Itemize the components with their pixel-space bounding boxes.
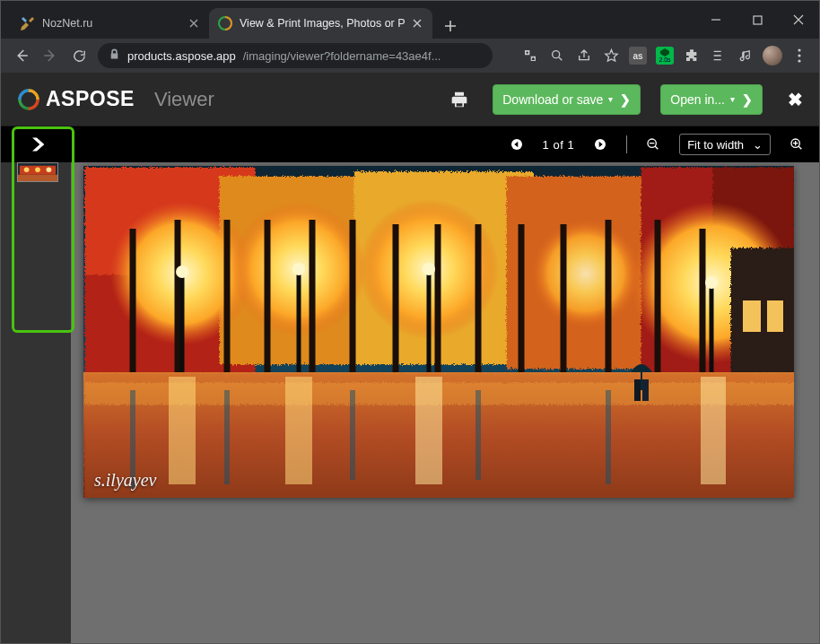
- reload-button[interactable]: [65, 42, 92, 69]
- next-page-button[interactable]: [590, 135, 610, 154]
- svg-rect-11: [18, 175, 57, 181]
- profile-avatar[interactable]: [760, 43, 785, 68]
- zoom-out-button[interactable]: [643, 135, 663, 154]
- tab-noznet[interactable]: NozNet.ru: [12, 8, 209, 39]
- svg-point-2: [553, 51, 560, 58]
- svg-point-31: [532, 220, 640, 327]
- forward-button[interactable]: [37, 42, 64, 69]
- viewer-toolbar: 1 of 1 Fit to width ⌄: [1, 126, 819, 162]
- tab-strip: NozNet.ru View & Print Images, Photos or…: [1, 1, 463, 39]
- svg-point-14: [35, 168, 40, 172]
- svg-rect-63: [415, 377, 442, 484]
- svg-point-5: [798, 59, 800, 62]
- app-header: ASPOSE Viewer Download or save ▾ ❯ Open …: [1, 73, 819, 126]
- toolbar-right: as 2.0s: [518, 43, 812, 68]
- window-titlebar: NozNet.ru View & Print Images, Photos or…: [1, 1, 819, 39]
- button-label: Open in...: [670, 92, 725, 107]
- displayed-image: s.ilyayev: [83, 166, 794, 498]
- separator: [626, 135, 627, 153]
- translate-icon[interactable]: [518, 43, 543, 68]
- extensions-icon[interactable]: [679, 43, 704, 68]
- wrench-icon: [21, 16, 35, 30]
- download-save-button[interactable]: Download or save ▾ ❯: [493, 84, 641, 115]
- caret-down-icon: ▾: [730, 94, 735, 104]
- svg-point-54: [176, 265, 188, 278]
- url-path: /imaging/viewer?foldername=43ae4f...: [243, 49, 441, 63]
- adblock-extension-icon[interactable]: 2.0s: [652, 43, 677, 68]
- print-button[interactable]: [446, 86, 473, 113]
- work-area: s.ilyayev: [1, 162, 819, 643]
- app-title: Viewer: [154, 88, 214, 111]
- url-input[interactable]: products.aspose.app/imaging/viewer?folde…: [98, 43, 493, 68]
- aspose-favicon-icon: [218, 16, 232, 30]
- svg-rect-72: [642, 379, 649, 401]
- reading-list-icon[interactable]: [706, 43, 731, 68]
- viewer-canvas[interactable]: s.ilyayev: [71, 162, 819, 643]
- open-in-button[interactable]: Open in... ▾ ❯: [660, 84, 763, 115]
- minimize-button[interactable]: [695, 1, 737, 39]
- star-icon[interactable]: [598, 43, 624, 68]
- svg-rect-64: [701, 377, 726, 484]
- aspose-logo[interactable]: ASPOSE: [17, 87, 135, 111]
- tab-aspose-viewer[interactable]: View & Print Images, Photos or P: [209, 8, 432, 39]
- zoom-mode-select[interactable]: Fit to width ⌄: [679, 134, 771, 155]
- page-thumbnail[interactable]: [17, 162, 58, 182]
- chevron-right-icon: ❯: [620, 92, 631, 107]
- svg-rect-34: [743, 300, 761, 332]
- close-viewer-button[interactable]: ✖: [788, 89, 803, 110]
- chevron-right-icon: ❯: [742, 92, 753, 107]
- aspose-logo-icon: [17, 88, 40, 111]
- toggle-sidebar-button[interactable]: [15, 126, 67, 162]
- svg-rect-35: [767, 300, 783, 332]
- svg-rect-33: [729, 247, 794, 381]
- new-tab-button[interactable]: [438, 13, 463, 39]
- svg-point-3: [798, 48, 800, 51]
- page-indicator: 1 of 1: [543, 138, 575, 152]
- svg-rect-61: [169, 377, 196, 484]
- select-label: Fit to width: [687, 138, 744, 152]
- prev-page-button[interactable]: [507, 135, 527, 154]
- lock-icon: [109, 48, 120, 63]
- window-controls: [695, 1, 819, 39]
- lastfm-extension-icon[interactable]: as: [625, 43, 650, 68]
- button-label: Download or save: [502, 92, 603, 107]
- svg-rect-1: [754, 16, 762, 24]
- svg-point-57: [705, 276, 718, 289]
- svg-rect-71: [634, 379, 641, 401]
- svg-point-4: [798, 54, 800, 57]
- close-icon[interactable]: [188, 17, 200, 30]
- svg-point-55: [292, 263, 305, 275]
- zoom-in-button[interactable]: [787, 135, 807, 154]
- svg-point-56: [423, 263, 435, 275]
- svg-point-15: [47, 168, 52, 172]
- caret-down-icon: ▾: [608, 94, 613, 104]
- media-icon[interactable]: [733, 43, 758, 68]
- kebab-menu-icon[interactable]: [787, 43, 812, 68]
- chevron-down-icon: ⌄: [753, 138, 763, 152]
- zoom-icon[interactable]: [545, 43, 570, 68]
- maximize-button[interactable]: [737, 1, 778, 39]
- share-icon[interactable]: [571, 43, 597, 68]
- tab-title: NozNet.ru: [42, 17, 182, 30]
- brand-text: ASPOSE: [46, 87, 135, 111]
- artist-signature: s.ilyayev: [94, 470, 156, 491]
- thumbnail-sidebar: [1, 162, 71, 643]
- close-window-button[interactable]: [778, 1, 819, 39]
- url-host: products.aspose.app: [127, 49, 236, 63]
- svg-point-13: [24, 168, 30, 172]
- back-button[interactable]: [8, 42, 35, 69]
- address-bar: products.aspose.app/imaging/viewer?folde…: [1, 39, 819, 73]
- tab-title: View & Print Images, Photos or P: [240, 17, 406, 30]
- close-icon[interactable]: [411, 17, 423, 30]
- svg-rect-62: [285, 377, 312, 484]
